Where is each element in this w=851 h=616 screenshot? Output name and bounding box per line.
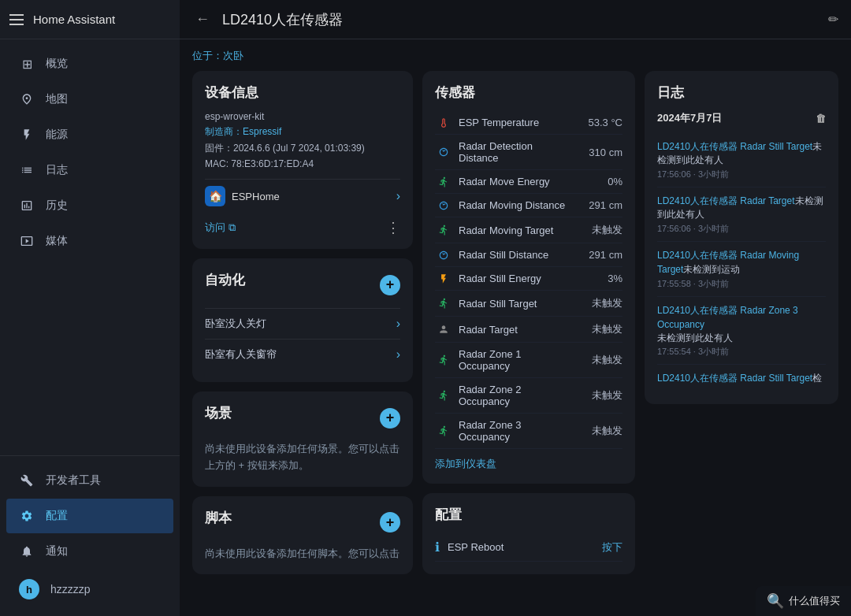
right-column: 日志 2024年7月7日 🗑 LD2410人在传感器 Radar Still T… — [645, 71, 838, 574]
sensor-row-9[interactable]: Radar Zone 1 Occupancy 未触发 — [435, 343, 622, 378]
watermark-badge: 🔍 什么值得买 — [756, 586, 851, 616]
sensor-name-9: Radar Zone 1 Occupancy — [459, 348, 569, 372]
sensor-row-0[interactable]: ESP Temperature 53.3 °C — [435, 111, 622, 135]
manufacturer-value: Espressif — [243, 126, 281, 137]
log-link-3[interactable]: LD2410人在传感器 Radar Zone 3 Occupancy — [657, 305, 798, 330]
app-title: Home Assistant — [33, 13, 115, 26]
history-icon — [19, 198, 35, 213]
thermometer-icon — [435, 117, 452, 128]
person-icon-7 — [435, 298, 452, 309]
config-title: 配置 — [435, 506, 622, 524]
media-icon — [19, 233, 35, 249]
radar-icon-3 — [435, 200, 452, 211]
sidebar-item-devtools[interactable]: 开发者工具 — [6, 463, 173, 498]
sidebar-item-map[interactable]: 地图 — [6, 82, 173, 117]
sidebar-label-notifications: 通知 — [46, 544, 68, 558]
sensor-row-3[interactable]: Radar Moving Distance 291 cm — [435, 194, 622, 217]
firmware-row: 固件：2024.6.6 (Jul 7 2024, 01:03:39) — [205, 142, 400, 155]
sidebar-item-overview[interactable]: ⊞ 概览 — [6, 46, 173, 81]
sidebar-label-energy: 能源 — [46, 128, 68, 142]
automation-item-0[interactable]: 卧室没人关灯 › — [205, 308, 400, 339]
config-action-0[interactable]: 按下 — [602, 540, 622, 555]
sensor-name-11: Radar Zone 3 Occupancy — [459, 419, 569, 443]
chevron-right-icon: › — [396, 317, 400, 331]
sensor-name-1: Radar Detection Distance — [459, 140, 569, 164]
firmware-value: 2024.6.6 (Jul 7 2024, 01:03:39) — [233, 143, 365, 154]
person-icon-8 — [435, 324, 452, 335]
log-link-0[interactable]: LD2410人在传感器 Radar Still Target — [657, 141, 812, 152]
add-automation-button[interactable]: + — [380, 275, 400, 295]
sidebar-item-settings[interactable]: 配置 — [6, 499, 173, 533]
sidebar-bottom: 开发者工具 配置 通知 h hzzzzzp — [0, 455, 180, 616]
sidebar-item-energy[interactable]: 能源 — [6, 117, 173, 152]
mac-value: 78:E3:6D:17:ED:A4 — [231, 158, 314, 169]
log-entry-0: LD2410人在传感器 Radar Still Target未检测到此处有人 1… — [657, 133, 826, 187]
sidebar-item-media[interactable]: 媒体 — [6, 224, 173, 258]
sensor-name-4: Radar Moving Target — [459, 225, 569, 236]
log-time-0: 17:56:06 · 3小时前 — [657, 169, 826, 180]
sensor-value-9: 未触发 — [575, 353, 622, 367]
sidebar-label-log: 日志 — [46, 163, 68, 177]
integration-label: ESPHome — [232, 191, 280, 202]
log-time-1: 17:56:06 · 3小时前 — [657, 223, 826, 235]
sidebar-item-user[interactable]: h hzzzzzp — [6, 570, 173, 609]
scenes-empty-text: 尚未使用此设备添加任何场景。您可以点击上方的 + 按钮来添加。 — [205, 441, 400, 474]
scripts-empty-text: 尚未使用此设备添加任何脚本。您可以点击 — [205, 546, 400, 562]
config-row-0: ℹ ESP Reboot 按下 — [435, 533, 622, 562]
sensor-value-7: 未触发 — [575, 296, 622, 310]
sidebar: Home Assistant ⊞ 概览 地图 能源 日志 — [0, 0, 180, 616]
visit-link[interactable]: 访问 ⧉ — [205, 221, 236, 235]
automation-item-1[interactable]: 卧室有人关窗帘 › — [205, 339, 400, 369]
sensor-value-0: 53.3 °C — [575, 117, 622, 128]
add-dashboard-button[interactable]: 添加到仪表盘 — [435, 457, 622, 471]
sidebar-item-log[interactable]: 日志 — [6, 153, 173, 187]
sensor-row-10[interactable]: Radar Zone 2 Occupancy 未触发 — [435, 378, 622, 414]
device-info-card: 设备信息 esp-wrover-kit 制造商：Espressif 固件：202… — [192, 71, 413, 249]
sensor-name-2: Radar Move Energy — [459, 176, 569, 187]
hamburger-menu-icon[interactable] — [9, 14, 24, 25]
log-time-3: 17:55:54 · 3小时前 — [657, 346, 826, 358]
integration-row[interactable]: 🏠 ESPHome › — [205, 179, 400, 213]
log-link-1[interactable]: LD2410人在传感器 Radar Target — [657, 195, 795, 206]
sensor-row-6[interactable]: Radar Still Energy 3% — [435, 267, 622, 291]
sensor-value-10: 未触发 — [575, 388, 622, 403]
integration-name: 🏠 ESPHome — [205, 186, 280, 206]
sidebar-label-overview: 概览 — [46, 57, 68, 71]
zone-icon-10 — [435, 390, 452, 401]
more-options-icon[interactable]: ⋮ — [386, 219, 400, 236]
zone-icon-11 — [435, 425, 452, 436]
content-wrapper: 位于：次卧 🏠 ESPHome 设备信息 esp-wrover-kit 制造商：… — [192, 49, 838, 574]
sensor-row-2[interactable]: Radar Move Energy 0% — [435, 170, 622, 194]
sidebar-label-map: 地图 — [46, 92, 68, 106]
add-scene-button[interactable]: + — [380, 408, 400, 429]
sensor-name-5: Radar Still Distance — [459, 249, 569, 261]
sensor-name-6: Radar Still Energy — [459, 273, 569, 284]
sidebar-label-devtools: 开发者工具 — [46, 473, 101, 488]
trash-icon[interactable]: 🗑 — [816, 113, 826, 124]
content-area: 位于：次卧 🏠 ESPHome 设备信息 esp-wrover-kit 制造商：… — [180, 39, 851, 616]
automation-header: 自动化 + — [205, 271, 400, 299]
log-link-4[interactable]: LD2410人在传感器 Radar Still Target — [657, 373, 812, 384]
back-button[interactable]: ← — [192, 8, 213, 31]
sensor-value-5: 291 cm — [575, 249, 622, 261]
sensor-row-4[interactable]: Radar Moving Target 未触发 — [435, 217, 622, 243]
sidebar-item-history[interactable]: 历史 — [6, 188, 173, 223]
config-card: 配置 ℹ ESP Reboot 按下 — [422, 493, 635, 574]
chevron-right-icon: › — [396, 347, 400, 362]
sensor-row-8[interactable]: Radar Target 未触发 — [435, 317, 622, 343]
mac-row: MAC: 78:E3:6D:17:ED:A4 — [205, 158, 400, 169]
add-script-button[interactable]: + — [380, 512, 400, 533]
bell-icon — [19, 544, 35, 559]
sidebar-item-notifications[interactable]: 通知 — [6, 534, 173, 569]
automation-title: 自动化 — [205, 271, 245, 289]
sensor-row-5[interactable]: Radar Still Distance 291 cm — [435, 243, 622, 267]
edit-button[interactable]: ✏ — [828, 12, 838, 27]
automation-card: 自动化 + 卧室没人关灯 › 卧室有人关窗帘 › — [192, 258, 413, 382]
sensor-row-1[interactable]: Radar Detection Distance 310 cm — [435, 135, 622, 170]
settings-icon — [19, 508, 35, 524]
sensor-row-7[interactable]: Radar Still Target 未触发 — [435, 291, 622, 317]
sensor-name-10: Radar Zone 2 Occupancy — [459, 384, 569, 407]
sensor-row-11[interactable]: Radar Zone 3 Occupancy 未触发 — [435, 414, 622, 449]
radar-icon-1 — [435, 147, 452, 158]
automation-label-1: 卧室有人关窗帘 — [205, 347, 277, 362]
